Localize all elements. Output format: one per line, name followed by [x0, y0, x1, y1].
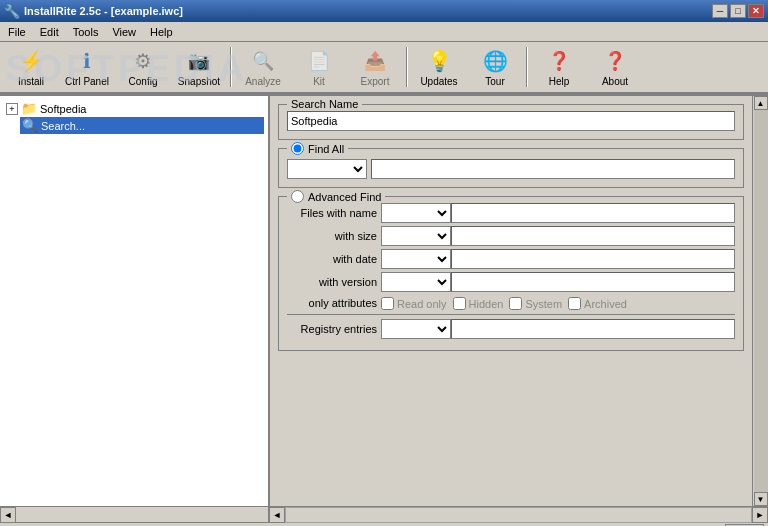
- close-button[interactable]: ✕: [748, 4, 764, 18]
- tree-label-softpedia: Softpedia: [40, 103, 86, 115]
- read-only-checkbox[interactable]: [381, 297, 394, 310]
- tree-item-search[interactable]: 🔍 Search...: [20, 117, 264, 134]
- ctrl-panel-button[interactable]: ℹ Ctrl Panel: [60, 44, 114, 90]
- find-all-radio[interactable]: [291, 142, 304, 155]
- about-label: About: [602, 76, 628, 87]
- install-icon: ⚡: [17, 47, 45, 74]
- ctrl-panel-icon: ℹ: [73, 47, 101, 74]
- toolbar-separator-3: [526, 47, 528, 87]
- maximize-button[interactable]: □: [730, 4, 746, 18]
- h-scroll-track: [285, 507, 752, 523]
- with-size-select[interactable]: [381, 226, 451, 246]
- search-tree-icon: 🔍: [22, 118, 38, 133]
- find-all-group: Find All: [278, 148, 744, 188]
- search-name-input[interactable]: [287, 111, 735, 131]
- config-label: Config: [129, 76, 158, 87]
- toolbar-separator-2: [406, 47, 408, 87]
- tour-label: Tour: [485, 76, 504, 87]
- attrs-checkboxes: Read only Hidden System Archived: [381, 297, 735, 310]
- minimize-button[interactable]: ─: [712, 4, 728, 18]
- app-icon: 🔧: [4, 4, 20, 19]
- find-all-text[interactable]: [371, 159, 735, 179]
- with-date-label: with date: [287, 253, 377, 265]
- with-date-select[interactable]: [381, 249, 451, 269]
- right-panel: Search Name Find All: [270, 94, 752, 506]
- find-all-radio-label[interactable]: Find All: [291, 142, 344, 155]
- registry-entries-input[interactable]: [451, 319, 735, 339]
- kit-label: Kit: [313, 76, 325, 87]
- title-bar-controls: ─ □ ✕: [712, 4, 764, 18]
- with-size-row: with size: [287, 226, 735, 246]
- menu-tools[interactable]: Tools: [67, 25, 105, 39]
- kit-icon: 📄: [305, 47, 333, 74]
- scroll-track-vertical: [754, 110, 768, 492]
- help-icon: ❓: [545, 47, 573, 74]
- tree-item-softpedia[interactable]: + 📁 Softpedia: [4, 100, 264, 117]
- advanced-find-radio-label[interactable]: Advanced Find: [291, 190, 381, 203]
- with-version-select[interactable]: [381, 272, 451, 292]
- registry-entries-select[interactable]: [381, 319, 451, 339]
- config-icon: ⚙: [129, 47, 157, 74]
- scroll-left-button[interactable]: ◄: [0, 507, 16, 523]
- updates-button[interactable]: 💡 Updates: [412, 44, 466, 90]
- about-button[interactable]: ❓ About: [588, 44, 642, 90]
- vertical-scrollbar[interactable]: ▲ ▼: [752, 94, 768, 506]
- menu-bar: File Edit Tools View Help: [0, 22, 768, 42]
- install-button[interactable]: ⚡ Install: [4, 44, 58, 90]
- archived-checkbox[interactable]: [568, 297, 581, 310]
- only-attributes-row: only attributes Read only Hidden System: [287, 295, 735, 310]
- archived-label[interactable]: Archived: [568, 297, 627, 310]
- title-bar: 🔧 InstallRite 2.5c - [example.iwc] ─ □ ✕: [0, 0, 768, 22]
- files-with-name-label: Files with name: [287, 207, 377, 219]
- analyze-label: Analyze: [245, 76, 281, 87]
- kit-button[interactable]: 📄 Kit: [292, 44, 346, 90]
- left-panel: + 📁 Softpedia 🔍 Search...: [0, 94, 270, 506]
- help-button[interactable]: ❓ Help: [532, 44, 586, 90]
- with-size-input[interactable]: [451, 226, 735, 246]
- menu-view[interactable]: View: [106, 25, 142, 39]
- export-label: Export: [361, 76, 390, 87]
- system-checkbox[interactable]: [509, 297, 522, 310]
- with-date-input[interactable]: [451, 249, 735, 269]
- hidden-label[interactable]: Hidden: [453, 297, 504, 310]
- files-with-name-input[interactable]: [451, 203, 735, 223]
- menu-file[interactable]: File: [2, 25, 32, 39]
- registry-entries-row: Registry entries: [287, 319, 735, 339]
- analyze-icon: 🔍: [249, 47, 277, 74]
- main-area: + 📁 Softpedia 🔍 Search... Search Name Fi…: [0, 94, 768, 506]
- hidden-checkbox[interactable]: [453, 297, 466, 310]
- analyze-button[interactable]: 🔍 Analyze: [236, 44, 290, 90]
- separator-line: [287, 314, 735, 315]
- menu-help[interactable]: Help: [144, 25, 179, 39]
- snapshot-label: Snapshot: [178, 76, 220, 87]
- advanced-find-group: Advanced Find Files with name with size: [278, 196, 744, 351]
- with-date-row: with date: [287, 249, 735, 269]
- snapshot-button[interactable]: 📷 Snapshot: [172, 44, 226, 90]
- with-version-input[interactable]: [451, 272, 735, 292]
- only-attributes-label: only attributes: [287, 297, 377, 309]
- export-icon: 📤: [361, 47, 389, 74]
- export-button[interactable]: 📤 Export: [348, 44, 402, 90]
- find-all-select[interactable]: [287, 159, 367, 179]
- system-label[interactable]: System: [509, 297, 562, 310]
- scroll-right-left-button[interactable]: ◄: [269, 507, 285, 523]
- snapshot-icon: 📷: [185, 47, 213, 74]
- with-version-row: with version: [287, 272, 735, 292]
- menu-edit[interactable]: Edit: [34, 25, 65, 39]
- tree-expand-icon[interactable]: +: [6, 103, 18, 115]
- read-only-label[interactable]: Read only: [381, 297, 447, 310]
- scroll-up-button[interactable]: ▲: [754, 96, 768, 110]
- updates-icon: 💡: [425, 47, 453, 74]
- config-button[interactable]: ⚙ Config: [116, 44, 170, 90]
- about-icon: ❓: [601, 47, 629, 74]
- help-label: Help: [549, 76, 570, 87]
- install-label: Install: [18, 76, 44, 87]
- tour-button[interactable]: 🌐 Tour: [468, 44, 522, 90]
- with-size-label: with size: [287, 230, 377, 242]
- files-with-name-select[interactable]: [381, 203, 451, 223]
- advanced-find-legend: Advanced Find: [287, 190, 385, 203]
- scroll-right-button[interactable]: ►: [752, 507, 768, 523]
- search-name-legend: Search Name: [287, 98, 362, 110]
- advanced-find-radio[interactable]: [291, 190, 304, 203]
- scroll-down-button[interactable]: ▼: [754, 492, 768, 506]
